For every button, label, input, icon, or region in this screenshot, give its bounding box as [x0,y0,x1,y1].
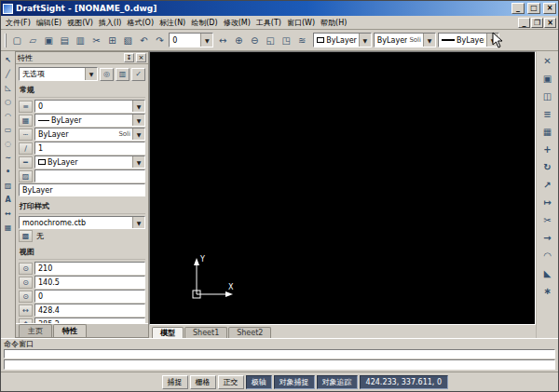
menu-item[interactable]: 文件(F) [3,17,34,29]
mdi-close-button[interactable]: × [544,18,556,28]
point-icon[interactable]: • [2,166,14,178]
ortho-toggle[interactable]: 正交 [218,375,244,389]
undo-icon[interactable]: ↶ [136,33,151,48]
menu-item[interactable]: 视图(V) [64,17,96,29]
menu-item[interactable]: 帮助(H) [318,17,349,29]
tab-sheet2[interactable]: Sheet2 [228,327,271,338]
menu-item[interactable]: 编辑(E) [34,17,64,29]
chevron-down-icon[interactable] [132,156,144,168]
toolbar-grip[interactable] [5,34,7,47]
print-style-table-select[interactable]: monochrome.ctb [19,216,145,229]
zoom-in-icon[interactable]: ⊕ [231,33,246,48]
erase-icon[interactable]: ✕ [539,54,556,68]
print-style-field[interactable]: ByLayer [19,183,145,196]
menu-item[interactable]: 窗口(W) [284,17,318,29]
copy-entities-icon[interactable]: ▣ [539,72,556,86]
minimize-button[interactable]: _ [511,3,525,14]
layers-manager-icon[interactable]: ≋ [294,33,309,48]
lineweight-combo[interactable]: ByLayer [438,33,499,47]
linetype-scale-input[interactable]: 1 [34,142,145,155]
close-icon[interactable]: × [136,53,146,62]
chevron-down-icon[interactable] [132,101,144,112]
color-select[interactable]: ByLayer [34,114,145,127]
menu-item[interactable]: 格式(O) [124,17,157,29]
hatch-icon[interactable]: ▨ [2,180,14,192]
cut-icon[interactable]: ✂ [89,33,103,48]
grid-toggle[interactable]: 栅格 [190,375,216,389]
chamfer-icon[interactable]: ◣ [539,266,556,280]
menu-item[interactable]: 标注(N) [157,17,188,29]
zoom-fit-icon[interactable]: ◳ [279,33,293,48]
select-all-icon[interactable]: ✓ [131,68,145,81]
view-value-input[interactable]: 0 [34,290,145,303]
dimension-icon[interactable]: ↔ [2,208,14,220]
command-history[interactable] [4,349,555,358]
print-preview-icon[interactable]: ▥ [73,33,88,48]
polyline-icon[interactable]: ◺ [2,82,14,94]
ellipse-icon[interactable]: ◌ [2,138,14,150]
open-folder-icon[interactable]: ▱ [25,33,40,48]
chevron-down-icon[interactable] [486,34,498,47]
view-value-input[interactable]: 428.4 [34,304,145,317]
mirror-icon[interactable]: ◫ [539,89,556,103]
lineweight-select[interactable]: ByLayer [34,155,145,169]
line-icon[interactable]: ╱ [2,68,14,80]
chevron-down-icon[interactable] [132,128,144,140]
extend-icon[interactable]: → [539,231,556,245]
tab-model[interactable]: 模型 [152,327,184,338]
chevron-down-icon[interactable] [359,34,371,47]
chevron-down-icon[interactable] [132,115,144,126]
rectangle-icon[interactable]: ▭ [2,124,14,136]
fillet-icon[interactable]: ◠ [539,249,556,263]
explode-icon[interactable]: ∗ [539,284,556,298]
zoom-out-icon[interactable]: ⊖ [247,33,262,48]
redo-icon[interactable]: ↷ [152,33,167,48]
pan-icon[interactable]: ↔ [215,33,230,48]
spline-icon[interactable]: ∼ [2,152,14,164]
select-arrow-icon[interactable]: ↖ [2,54,14,66]
circle-icon[interactable]: ○ [2,96,14,108]
scale-icon[interactable]: ↗ [539,178,556,192]
layer-combo[interactable]: 0 [169,33,213,47]
menu-item[interactable]: 绘制(D) [188,17,220,29]
layer-select[interactable]: 0 [34,100,145,113]
view-value-input[interactable]: 140.5 [34,276,145,289]
copy-icon[interactable]: ⊞ [104,33,119,48]
linetype-select[interactable]: ByLayer Soli [34,128,145,141]
mdi-restore-button[interactable]: ❐ [531,18,543,28]
quick-select-icon[interactable]: ▥ [116,68,130,81]
save-icon[interactable]: ▣ [41,33,56,48]
menu-item[interactable]: 插入(I) [96,17,125,29]
tab-sheet1[interactable]: Sheet1 [184,327,227,338]
object-track-toggle[interactable]: 对象追踪 [317,375,358,389]
maximize-button[interactable]: □ [527,3,540,14]
chevron-down-icon[interactable] [423,34,435,47]
arc-icon[interactable]: ◠ [2,110,14,122]
polar-toggle[interactable]: 极轴 [246,375,272,389]
command-input[interactable] [4,359,555,370]
move-icon[interactable]: + [539,142,556,156]
text-icon[interactable]: A [2,194,14,206]
view-value-input[interactable]: 210 [34,262,145,275]
new-file-icon[interactable]: ▢ [9,33,24,48]
select-matching-icon[interactable]: ◎ [100,68,114,81]
pin-icon[interactable]: ↧ [124,53,134,62]
trim-icon[interactable]: ✂ [539,213,556,227]
selection-combo[interactable]: 无选项 [19,67,98,81]
print-icon[interactable]: ▤ [57,33,72,48]
menu-item[interactable]: 工具(T) [253,17,284,29]
tab-properties[interactable]: 特性 [53,324,87,337]
chevron-down-icon[interactable] [200,34,212,47]
stretch-icon[interactable]: ↦ [539,196,556,210]
chevron-down-icon[interactable] [132,217,144,228]
rotate-icon[interactable]: ↻ [539,160,556,174]
table-icon[interactable]: ▦ [2,222,14,234]
close-button[interactable]: × [543,3,556,14]
tab-home[interactable]: 主页 [19,324,52,337]
hyperlink-input[interactable] [34,169,145,182]
color-combo[interactable]: ByLayer [313,33,372,47]
zoom-window-icon[interactable]: ◱ [263,33,278,48]
snap-toggle[interactable]: 捕捉 [162,375,188,389]
paste-icon[interactable]: ▧ [120,33,135,48]
menu-item[interactable]: 修改(M) [221,17,253,29]
